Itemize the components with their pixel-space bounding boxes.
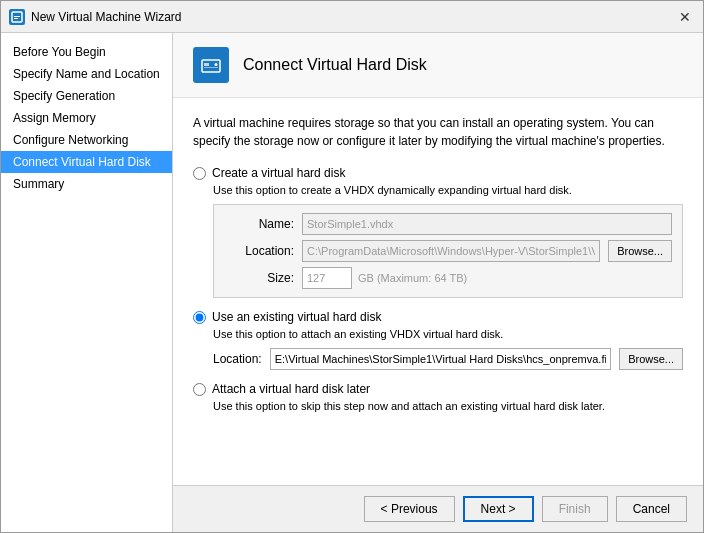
cancel-button[interactable]: Cancel (616, 496, 687, 522)
existing-location-input[interactable] (270, 348, 611, 370)
close-button[interactable]: ✕ (675, 7, 695, 27)
name-label: Name: (224, 217, 294, 231)
window-controls: ✕ (675, 7, 695, 27)
name-input[interactable] (302, 213, 672, 235)
content-area: Before You Begin Specify Name and Locati… (1, 33, 703, 532)
panel-footer: < Previous Next > Finish Cancel (173, 485, 703, 532)
attach-later-radio-label[interactable]: Attach a virtual hard disk later (193, 382, 683, 396)
location-label: Location: (224, 244, 294, 258)
existing-location-label: Location: (213, 352, 262, 366)
panel-body: A virtual machine requires storage so th… (173, 98, 703, 485)
window-icon (9, 9, 25, 25)
sidebar-item-specify-name[interactable]: Specify Name and Location (1, 63, 172, 85)
title-bar: New Virtual Machine Wizard ✕ (1, 1, 703, 33)
svg-point-6 (215, 63, 218, 66)
sidebar-item-assign-memory[interactable]: Assign Memory (1, 107, 172, 129)
create-vhd-desc: Use this option to create a VHDX dynamic… (213, 184, 683, 196)
svg-rect-5 (204, 67, 218, 68)
attach-later-desc: Use this option to skip this step now an… (213, 400, 683, 412)
svg-rect-4 (204, 63, 209, 66)
sidebar-item-before-you-begin[interactable]: Before You Begin (1, 41, 172, 63)
existing-vhd-form: Location: Browse... (213, 348, 683, 370)
create-vhd-radio[interactable] (193, 167, 206, 180)
sidebar: Before You Begin Specify Name and Locati… (1, 33, 173, 532)
create-vhd-option: Create a virtual hard disk Use this opti… (193, 166, 683, 298)
size-row: Size: GB (Maximum: 64 TB) (224, 267, 672, 289)
existing-vhd-radio[interactable] (193, 311, 206, 324)
panel-title: Connect Virtual Hard Disk (243, 56, 427, 74)
create-vhd-label: Create a virtual hard disk (212, 166, 345, 180)
size-controls: GB (Maximum: 64 TB) (302, 267, 467, 289)
attach-later-radio[interactable] (193, 383, 206, 396)
sidebar-item-connect-vhd[interactable]: Connect Virtual Hard Disk (1, 151, 172, 173)
location-row: Location: Browse... (224, 240, 672, 262)
window-title: New Virtual Machine Wizard (31, 10, 675, 24)
svg-rect-1 (14, 16, 20, 17)
existing-vhd-label: Use an existing virtual hard disk (212, 310, 381, 324)
sidebar-item-specify-generation[interactable]: Specify Generation (1, 85, 172, 107)
create-vhd-form: Name: Location: Browse... Size: (213, 204, 683, 298)
attach-later-label: Attach a virtual hard disk later (212, 382, 370, 396)
size-input[interactable] (302, 267, 352, 289)
existing-browse-button[interactable]: Browse... (619, 348, 683, 370)
existing-vhd-radio-label[interactable]: Use an existing virtual hard disk (193, 310, 683, 324)
existing-vhd-option: Use an existing virtual hard disk Use th… (193, 310, 683, 370)
svg-rect-2 (14, 18, 18, 19)
name-row: Name: (224, 213, 672, 235)
create-browse-button[interactable]: Browse... (608, 240, 672, 262)
sidebar-item-configure-networking[interactable]: Configure Networking (1, 129, 172, 151)
previous-button[interactable]: < Previous (364, 496, 455, 522)
attach-later-option: Attach a virtual hard disk later Use thi… (193, 382, 683, 412)
description-text: A virtual machine requires storage so th… (193, 114, 683, 150)
location-input[interactable] (302, 240, 600, 262)
main-panel: Connect Virtual Hard Disk A virtual mach… (173, 33, 703, 532)
size-unit: GB (Maximum: 64 TB) (358, 272, 467, 284)
wizard-window: New Virtual Machine Wizard ✕ Before You … (0, 0, 704, 533)
sidebar-item-summary[interactable]: Summary (1, 173, 172, 195)
existing-vhd-desc: Use this option to attach an existing VH… (213, 328, 683, 340)
next-button[interactable]: Next > (463, 496, 534, 522)
header-icon (193, 47, 229, 83)
finish-button[interactable]: Finish (542, 496, 608, 522)
create-vhd-radio-label[interactable]: Create a virtual hard disk (193, 166, 683, 180)
panel-header: Connect Virtual Hard Disk (173, 33, 703, 98)
size-label: Size: (224, 271, 294, 285)
